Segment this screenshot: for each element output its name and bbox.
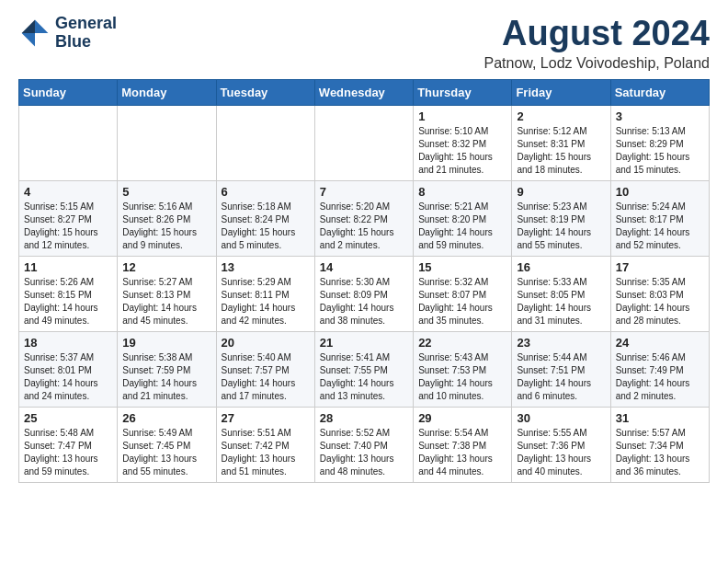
calendar-cell: 14Sunrise: 5:30 AM Sunset: 8:09 PM Dayli… — [314, 256, 413, 331]
calendar-cell: 29Sunrise: 5:54 AM Sunset: 7:38 PM Dayli… — [414, 407, 512, 482]
calendar-cell — [118, 105, 216, 180]
day-info: Sunrise: 5:18 AM Sunset: 8:24 PM Dayligh… — [222, 201, 310, 252]
weekday-header-thursday: Thursday — [414, 79, 512, 105]
calendar-cell: 4Sunrise: 5:15 AM Sunset: 8:27 PM Daylig… — [19, 180, 118, 256]
calendar-cell — [314, 105, 413, 180]
calendar-week-1: 1Sunrise: 5:10 AM Sunset: 8:32 PM Daylig… — [19, 105, 710, 180]
logo-icon — [18, 17, 51, 50]
calendar-cell: 10Sunrise: 5:24 AM Sunset: 8:17 PM Dayli… — [610, 180, 709, 256]
day-info: Sunrise: 5:46 AM Sunset: 7:49 PM Dayligh… — [616, 351, 704, 403]
day-info: Sunrise: 5:29 AM Sunset: 8:11 PM Dayligh… — [222, 276, 310, 327]
weekday-header-sunday: Sunday — [19, 79, 118, 105]
calendar-cell: 8Sunrise: 5:21 AM Sunset: 8:20 PM Daylig… — [414, 180, 512, 256]
calendar-cell: 22Sunrise: 5:43 AM Sunset: 7:53 PM Dayli… — [414, 331, 512, 407]
day-info: Sunrise: 5:27 AM Sunset: 8:13 PM Dayligh… — [122, 276, 210, 327]
day-info: Sunrise: 5:13 AM Sunset: 8:29 PM Dayligh… — [616, 125, 704, 177]
day-info: Sunrise: 5:33 AM Sunset: 8:05 PM Dayligh… — [517, 276, 605, 327]
day-info: Sunrise: 5:23 AM Sunset: 8:19 PM Dayligh… — [517, 201, 605, 252]
calendar-cell: 17Sunrise: 5:35 AM Sunset: 8:03 PM Dayli… — [610, 256, 709, 331]
calendar-week-4: 18Sunrise: 5:37 AM Sunset: 8:01 PM Dayli… — [19, 331, 710, 407]
svg-marker-0 — [35, 19, 48, 32]
day-number: 27 — [222, 411, 310, 425]
day-number: 31 — [616, 411, 704, 425]
calendar-cell — [216, 105, 314, 180]
calendar-cell: 1Sunrise: 5:10 AM Sunset: 8:32 PM Daylig… — [414, 105, 512, 180]
calendar-cell: 15Sunrise: 5:32 AM Sunset: 8:07 PM Dayli… — [414, 256, 512, 331]
calendar-cell: 2Sunrise: 5:12 AM Sunset: 8:31 PM Daylig… — [512, 105, 610, 180]
calendar-cell: 13Sunrise: 5:29 AM Sunset: 8:11 PM Dayli… — [216, 256, 314, 331]
day-info: Sunrise: 5:54 AM Sunset: 7:38 PM Dayligh… — [418, 427, 506, 478]
day-number: 20 — [222, 336, 310, 350]
day-number: 24 — [616, 336, 704, 350]
day-number: 25 — [24, 411, 112, 425]
day-info: Sunrise: 5:41 AM Sunset: 7:55 PM Dayligh… — [320, 351, 408, 403]
day-info: Sunrise: 5:52 AM Sunset: 7:40 PM Dayligh… — [320, 427, 408, 478]
page-header: General Blue August 2024 Patnow, Lodz Vo… — [18, 15, 710, 72]
weekday-header-saturday: Saturday — [610, 79, 709, 105]
day-number: 26 — [122, 411, 210, 425]
day-info: Sunrise: 5:57 AM Sunset: 7:34 PM Dayligh… — [616, 427, 704, 478]
day-info: Sunrise: 5:38 AM Sunset: 7:59 PM Dayligh… — [122, 351, 210, 403]
day-info: Sunrise: 5:35 AM Sunset: 8:03 PM Dayligh… — [616, 276, 704, 327]
calendar-cell: 20Sunrise: 5:40 AM Sunset: 7:57 PM Dayli… — [216, 331, 314, 407]
calendar-cell: 9Sunrise: 5:23 AM Sunset: 8:19 PM Daylig… — [512, 180, 610, 256]
weekday-header-friday: Friday — [512, 79, 610, 105]
month-year: August 2024 — [483, 15, 710, 53]
day-number: 22 — [418, 336, 506, 350]
logo-line1: General — [55, 15, 117, 33]
calendar-cell: 5Sunrise: 5:16 AM Sunset: 8:26 PM Daylig… — [118, 180, 216, 256]
location: Patnow, Lodz Voivodeship, Poland — [483, 55, 710, 72]
day-number: 16 — [517, 260, 605, 274]
day-info: Sunrise: 5:24 AM Sunset: 8:17 PM Dayligh… — [616, 201, 704, 252]
day-info: Sunrise: 5:48 AM Sunset: 7:47 PM Dayligh… — [24, 427, 112, 478]
weekday-header-row: SundayMondayTuesdayWednesdayThursdayFrid… — [19, 79, 710, 105]
day-number: 18 — [24, 336, 112, 350]
calendar-cell: 31Sunrise: 5:57 AM Sunset: 7:34 PM Dayli… — [610, 407, 709, 482]
day-info: Sunrise: 5:37 AM Sunset: 8:01 PM Dayligh… — [24, 351, 112, 403]
calendar-cell: 11Sunrise: 5:26 AM Sunset: 8:15 PM Dayli… — [19, 256, 118, 331]
day-number: 3 — [616, 109, 704, 123]
calendar-cell: 18Sunrise: 5:37 AM Sunset: 8:01 PM Dayli… — [19, 331, 118, 407]
day-number: 9 — [517, 185, 605, 199]
calendar-cell: 21Sunrise: 5:41 AM Sunset: 7:55 PM Dayli… — [314, 331, 413, 407]
day-number: 29 — [418, 411, 506, 425]
calendar-cell — [19, 105, 118, 180]
day-number: 5 — [122, 185, 210, 199]
day-number: 13 — [222, 260, 310, 274]
calendar-cell: 6Sunrise: 5:18 AM Sunset: 8:24 PM Daylig… — [216, 180, 314, 256]
day-info: Sunrise: 5:43 AM Sunset: 7:53 PM Dayligh… — [418, 351, 506, 403]
day-info: Sunrise: 5:55 AM Sunset: 7:36 PM Dayligh… — [517, 427, 605, 478]
logo-line2: Blue — [55, 33, 117, 52]
weekday-header-tuesday: Tuesday — [216, 79, 314, 105]
day-number: 8 — [418, 185, 506, 199]
day-number: 11 — [24, 260, 112, 274]
calendar-cell: 30Sunrise: 5:55 AM Sunset: 7:36 PM Dayli… — [512, 407, 610, 482]
svg-marker-1 — [22, 33, 35, 46]
calendar-cell: 25Sunrise: 5:48 AM Sunset: 7:47 PM Dayli… — [19, 407, 118, 482]
day-number: 10 — [616, 185, 704, 199]
calendar-cell: 16Sunrise: 5:33 AM Sunset: 8:05 PM Dayli… — [512, 256, 610, 331]
day-number: 4 — [24, 185, 112, 199]
day-info: Sunrise: 5:51 AM Sunset: 7:42 PM Dayligh… — [222, 427, 310, 478]
weekday-header-wednesday: Wednesday — [314, 79, 413, 105]
calendar-cell: 7Sunrise: 5:20 AM Sunset: 8:22 PM Daylig… — [314, 180, 413, 256]
day-info: Sunrise: 5:20 AM Sunset: 8:22 PM Dayligh… — [320, 201, 408, 252]
day-info: Sunrise: 5:15 AM Sunset: 8:27 PM Dayligh… — [24, 201, 112, 252]
logo-text: General Blue — [55, 15, 117, 52]
day-number: 7 — [320, 185, 408, 199]
day-number: 15 — [418, 260, 506, 274]
calendar-cell: 27Sunrise: 5:51 AM Sunset: 7:42 PM Dayli… — [216, 407, 314, 482]
day-number: 30 — [517, 411, 605, 425]
calendar-cell: 26Sunrise: 5:49 AM Sunset: 7:45 PM Dayli… — [118, 407, 216, 482]
calendar-cell: 23Sunrise: 5:44 AM Sunset: 7:51 PM Dayli… — [512, 331, 610, 407]
day-info: Sunrise: 5:26 AM Sunset: 8:15 PM Dayligh… — [24, 276, 112, 327]
calendar-table: SundayMondayTuesdayWednesdayThursdayFrid… — [18, 79, 710, 483]
calendar-cell: 3Sunrise: 5:13 AM Sunset: 8:29 PM Daylig… — [610, 105, 709, 180]
logo: General Blue — [18, 15, 117, 52]
calendar-week-2: 4Sunrise: 5:15 AM Sunset: 8:27 PM Daylig… — [19, 180, 710, 256]
day-number: 2 — [517, 109, 605, 123]
day-info: Sunrise: 5:10 AM Sunset: 8:32 PM Dayligh… — [418, 125, 506, 177]
calendar-week-5: 25Sunrise: 5:48 AM Sunset: 7:47 PM Dayli… — [19, 407, 710, 482]
calendar-cell: 19Sunrise: 5:38 AM Sunset: 7:59 PM Dayli… — [118, 331, 216, 407]
day-info: Sunrise: 5:49 AM Sunset: 7:45 PM Dayligh… — [122, 427, 210, 478]
